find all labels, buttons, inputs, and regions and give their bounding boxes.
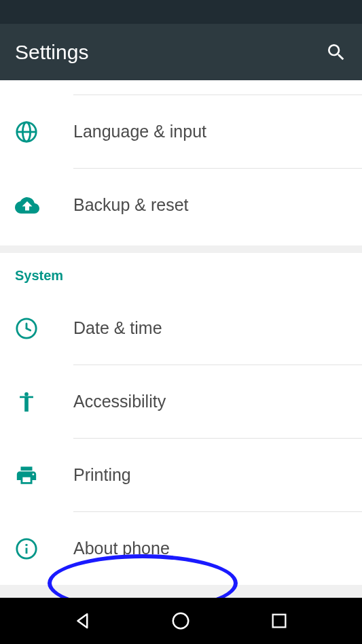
- section-personal: Language & input Backup & reset: [0, 80, 362, 245]
- item-label: Date & time: [73, 318, 347, 338]
- page-title: Settings: [15, 41, 88, 64]
- svg-line-5: [26, 328, 31, 331]
- app-bar: Settings: [0, 24, 362, 80]
- item-label: Backup & reset: [73, 195, 347, 215]
- printer-icon: [15, 464, 73, 487]
- item-date-time[interactable]: Date & time: [0, 292, 362, 365]
- item-label: Accessibility: [73, 392, 347, 411]
- item-backup-reset[interactable]: Backup & reset: [0, 169, 362, 241]
- svg-point-8: [25, 543, 27, 545]
- search-button[interactable]: [325, 41, 347, 63]
- search-icon: [325, 41, 347, 63]
- item-about-phone[interactable]: About phone: [0, 512, 362, 585]
- cloud-upload-icon: [15, 193, 73, 218]
- status-bar: [0, 0, 362, 24]
- accessibility-icon: [15, 390, 73, 413]
- home-button[interactable]: [169, 609, 192, 632]
- clock-icon: [15, 317, 73, 340]
- svg-rect-11: [272, 615, 285, 628]
- item-label: Printing: [73, 465, 347, 485]
- triangle-back-icon: [73, 611, 93, 631]
- globe-icon: [15, 120, 73, 143]
- navigation-bar: [0, 598, 362, 644]
- item-printing[interactable]: Printing: [0, 439, 362, 511]
- svg-point-6: [24, 392, 29, 396]
- circle-home-icon: [170, 611, 191, 631]
- back-button[interactable]: [71, 609, 94, 632]
- svg-point-10: [173, 613, 189, 629]
- item-language-input[interactable]: Language & input: [0, 95, 362, 168]
- section-header-system: System: [0, 253, 362, 292]
- section-system: System Date & time Accessibility: [0, 253, 362, 585]
- square-recent-icon: [270, 611, 289, 630]
- item-accessibility[interactable]: Accessibility: [0, 365, 362, 438]
- item-label: Language & input: [73, 122, 347, 141]
- item-label: About phone: [73, 539, 347, 558]
- recent-apps-button[interactable]: [268, 609, 291, 632]
- settings-list[interactable]: Language & input Backup & reset System: [0, 80, 362, 598]
- info-icon: [15, 537, 73, 560]
